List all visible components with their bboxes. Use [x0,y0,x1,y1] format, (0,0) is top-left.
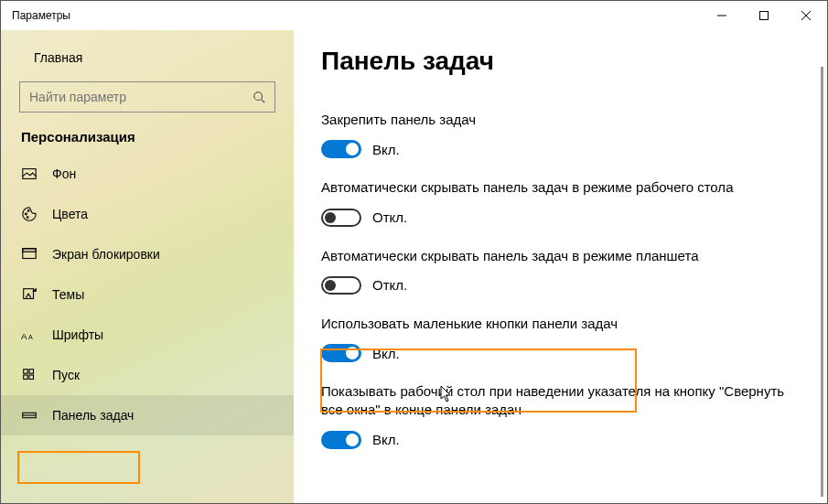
toggle-state: Откл. [372,277,407,293]
toggle-state: Вкл. [372,346,400,361]
nav-label: Цвета [52,207,88,221]
svg-text:A: A [21,331,27,341]
nav-item-background[interactable]: Фон [1,154,294,194]
nav-item-colors[interactable]: Цвета [1,194,294,234]
svg-text:A: A [28,333,33,341]
setting-label: Показывать рабочий стол при наведении ук… [321,382,790,420]
search-input[interactable] [20,82,243,112]
minimize-button[interactable] [701,1,743,30]
nav-label: Пуск [52,368,80,382]
toggle-state: Вкл. [372,432,400,447]
setting-label: Автоматически скрывать панель задач в ре… [321,178,790,197]
setting-label: Автоматически скрывать панель задач в ре… [321,247,790,265]
svg-rect-0 [760,12,769,20]
nav-item-fonts[interactable]: AA Шрифты [1,315,294,355]
setting-peek-desktop: Показывать рабочий стол при наведении ук… [321,382,790,449]
window-body: Главная Персонализация Фон [1,30,827,503]
category-title: Персонализация [1,129,294,154]
picture-icon [21,166,38,182]
start-icon [21,367,38,383]
toggle-autohide-desktop[interactable] [321,209,361,227]
nav-label: Экран блокировки [52,247,160,262]
toggle-peek-desktop[interactable] [321,431,361,449]
svg-rect-14 [29,375,34,380]
setting-lock-taskbar: Закрепить панель задач Вкл. [321,111,790,158]
setting-label: Закрепить панель задач [321,111,790,129]
home-link[interactable]: Главная [1,39,294,76]
maximize-button[interactable] [743,1,785,30]
window-title: Параметры [1,9,70,22]
main-content: Панель задач Закрепить панель задач Вкл.… [294,30,827,503]
fonts-icon: AA [21,327,38,343]
home-label: Главная [34,50,82,65]
toggle-autohide-tablet[interactable] [321,276,361,295]
setting-small-buttons: Использовать маленькие кнопки панели зад… [321,315,790,362]
svg-rect-11 [24,370,28,374]
nav-label: Панель задач [52,408,134,423]
nav-list: Фон Цвета Экран блокировки [1,154,294,435]
page-title: Панель задач [321,47,790,76]
svg-rect-12 [29,370,34,374]
nav-label: Фон [52,166,76,181]
close-button[interactable] [785,1,827,30]
nav-item-lockscreen[interactable]: Экран блокировки [1,234,294,274]
settings-window: Параметры Главная [0,0,828,504]
toggle-state: Вкл. [372,142,400,157]
search-icon [243,91,274,103]
setting-label: Использовать маленькие кнопки панели зад… [321,315,790,333]
toggle-state: Откл. [372,209,407,225]
setting-autohide-desktop: Автоматически скрывать панель задач в ре… [321,178,790,226]
lockscreen-icon [21,246,38,263]
search-input-container[interactable] [19,81,275,113]
nav-label: Шрифты [52,327,103,342]
svg-point-3 [26,213,27,215]
svg-point-5 [27,217,28,219]
nav-item-themes[interactable]: Темы [1,274,294,315]
nav-item-start[interactable]: Пуск [1,355,294,395]
setting-autohide-tablet: Автоматически скрывать панель задач в ре… [321,247,790,295]
svg-point-1 [254,92,263,101]
themes-icon [21,286,38,303]
nav-label: Темы [52,287,84,302]
taskbar-icon [21,407,38,424]
scrollbar[interactable] [821,67,823,497]
svg-rect-13 [24,375,28,380]
palette-icon [21,206,38,222]
svg-point-4 [27,210,29,212]
toggle-small-buttons[interactable] [321,344,361,362]
sidebar: Главная Персонализация Фон [1,30,294,503]
search-wrap [1,76,294,129]
svg-rect-7 [23,249,36,252]
window-controls [701,1,827,30]
titlebar: Параметры [1,1,827,30]
toggle-lock-taskbar[interactable] [321,140,361,158]
nav-item-taskbar[interactable]: Панель задач [1,395,294,435]
